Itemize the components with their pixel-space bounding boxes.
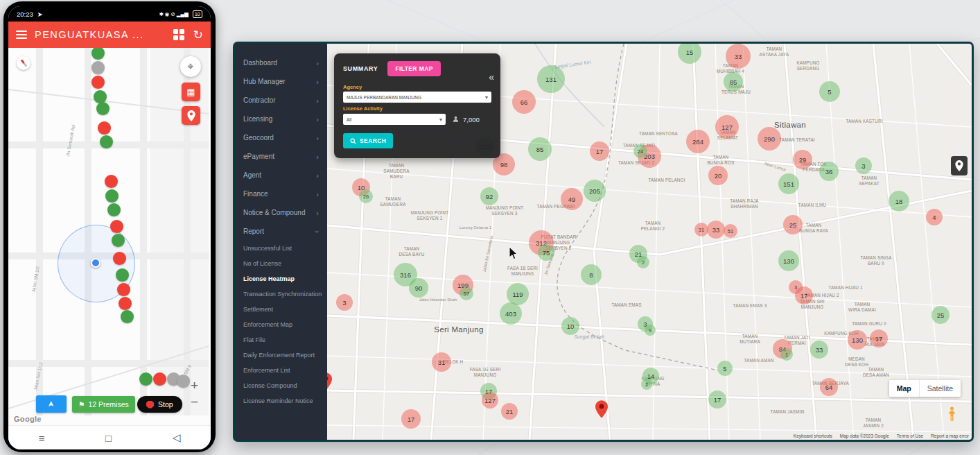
heatmap-circle[interactable]: 90 <box>409 278 428 298</box>
heatmap-circle[interactable]: 127 <box>482 392 498 409</box>
map-button[interactable]: Map <box>889 380 919 397</box>
phone-map[interactable]: Jln Semarak ApiJalan SM 1/2Jalan SM 1/12… <box>8 48 211 425</box>
heatmap-circle[interactable]: 3 <box>855 157 872 174</box>
heatmap-circle[interactable]: 57 <box>460 286 473 300</box>
heatmap-circle[interactable]: 17 <box>590 141 609 161</box>
back-icon[interactable]: ◁ <box>173 431 181 444</box>
premise-marker[interactable] <box>110 220 123 233</box>
heatmap-circle[interactable]: 36 <box>819 162 839 181</box>
heatmap-circle[interactable]: 25 <box>783 215 803 234</box>
my-location-button[interactable]: ⌖ <box>180 56 201 77</box>
premise-marker[interactable] <box>117 283 130 296</box>
heatmap-circle[interactable]: 3 <box>336 294 353 311</box>
sidebar-subitem-license-heatmap[interactable]: License Heatmap <box>235 271 327 286</box>
heatmap-circle[interactable]: 51 <box>724 224 737 238</box>
sidebar-subitem-transaction-synchronization[interactable]: Transaction Synchronization <box>235 286 327 302</box>
heatmap-circle[interactable]: 64 <box>820 378 838 396</box>
map-layers-button[interactable]: ▦ <box>182 83 200 101</box>
premise-marker[interactable] <box>94 90 107 103</box>
heatmap-circle[interactable]: 25 <box>931 306 950 324</box>
sidebar-item-notice-compound[interactable]: Notice & Compound› <box>235 203 327 222</box>
heatmap-circle[interactable]: 92 <box>480 187 498 205</box>
heatmap-circle[interactable]: 131 <box>537 65 565 93</box>
sidebar-subitem-enforcement-list[interactable]: Enforcement List <box>235 363 327 378</box>
refresh-icon[interactable]: ↻ <box>193 29 203 41</box>
premise-marker[interactable] <box>105 189 119 203</box>
sidebar-subitem-unsuccessful-list[interactable]: Unsuccessful List <box>235 241 327 256</box>
sidebar-item-contractor[interactable]: Contractor› <box>235 91 327 110</box>
keyboard-shortcuts-link[interactable]: Keyboard shortcuts <box>794 433 832 438</box>
premise-marker[interactable] <box>121 310 134 323</box>
heatmap-circle[interactable]: 49 <box>561 188 583 210</box>
heatmap-circle[interactable]: 24 <box>633 144 647 158</box>
sidebar-item-licensing[interactable]: Licensing› <box>235 110 327 128</box>
heatmap-circle[interactable]: 21 <box>501 403 518 420</box>
heatmap-circle[interactable]: 127 <box>715 115 739 139</box>
map-canvas[interactable]: SitiawanSeri ManjungTAMAN ASTAKA JAYAKAM… <box>327 44 972 440</box>
map-pin-control[interactable] <box>951 156 968 175</box>
sidebar-item-agent[interactable]: Agent› <box>235 166 327 184</box>
premise-marker[interactable] <box>112 234 125 247</box>
premise-marker[interactable] <box>105 175 118 188</box>
menu-icon[interactable] <box>16 28 27 41</box>
agency-select[interactable]: MAJLIS PERBANDARAN MANJUNG ▾ <box>343 92 491 103</box>
heatmap-circle[interactable]: 1 <box>780 348 793 361</box>
premise-marker[interactable] <box>113 252 126 265</box>
report-error-link[interactable]: Report a map error <box>931 433 969 438</box>
sidebar-item-geocoord[interactable]: Geocoord› <box>235 128 327 147</box>
pegman-icon[interactable] <box>947 406 956 424</box>
summary-tab[interactable]: SUMMARY <box>343 65 378 72</box>
heatmap-circle[interactable]: 4 <box>926 209 943 225</box>
heatmap-circle[interactable]: 31 <box>432 352 451 372</box>
heatmap-circle[interactable]: 9 <box>645 325 656 336</box>
heatmap-circle[interactable]: 33 <box>810 341 828 359</box>
heatmap-circle[interactable]: 2 <box>637 256 649 268</box>
heatmap-circle[interactable]: 205 <box>584 180 606 202</box>
heatmap-circle[interactable]: 284 <box>686 130 710 153</box>
stop-button[interactable]: Stop <box>137 396 182 413</box>
heatmap-circle[interactable]: 130 <box>848 330 867 350</box>
premise-marker[interactable] <box>116 268 129 282</box>
sidebar-subitem-license-reminder-notice[interactable]: License Reminder Notice <box>235 393 327 409</box>
heatmap-circle[interactable]: 130 <box>778 250 799 271</box>
heatmap-circle[interactable]: 33 <box>707 221 725 239</box>
map-pin-icon[interactable] <box>327 372 332 393</box>
premise-marker[interactable] <box>91 61 105 74</box>
search-button[interactable]: SEARCH <box>343 133 393 148</box>
heatmap-circle[interactable]: 17 <box>401 409 421 429</box>
license-activity-select[interactable]: All ▾ <box>343 114 446 125</box>
sidebar-item-report[interactable]: Report› <box>235 222 327 241</box>
home-icon[interactable]: □ <box>105 432 112 444</box>
collapse-panel-icon[interactable]: « <box>489 71 494 83</box>
grid-icon[interactable] <box>173 29 184 40</box>
heatmap-circle[interactable]: 151 <box>778 173 799 194</box>
heatmap-circle[interactable]: 5 <box>819 81 840 102</box>
satellite-button[interactable]: Satellite <box>919 380 961 397</box>
heatmap-circle[interactable]: 10 <box>561 317 579 335</box>
premise-marker[interactable] <box>139 372 152 386</box>
heatmap-circle[interactable]: 18 <box>889 191 909 212</box>
premise-marker[interactable] <box>96 102 110 115</box>
heatmap-circle[interactable]: 29 <box>793 150 812 169</box>
heatmap-circle[interactable]: 31 <box>694 223 708 237</box>
heatmap-circle[interactable]: 75 <box>538 244 554 261</box>
sidebar-item-epayment[interactable]: ePayment› <box>235 147 327 166</box>
sidebar-subitem-no-of-license[interactable]: No of License <box>235 256 327 271</box>
zoom-in-button[interactable]: + <box>191 379 198 392</box>
premise-marker[interactable] <box>153 372 166 386</box>
sidebar-item-dashboard[interactable]: Dashboard› <box>235 53 327 72</box>
sidebar-subitem-flat-file[interactable]: Flat File <box>235 332 327 347</box>
zoom-out-button[interactable]: − <box>191 395 198 409</box>
heatmap-circle[interactable]: 2 <box>641 379 652 390</box>
heatmap-circle[interactable]: 85 <box>724 72 743 92</box>
premise-marker[interactable] <box>100 135 113 148</box>
heatmap-circle[interactable]: 20 <box>708 166 728 185</box>
compass-icon[interactable] <box>17 56 30 70</box>
add-pin-button[interactable] <box>182 106 200 125</box>
premise-marker[interactable] <box>177 375 190 388</box>
heatmap-circle[interactable]: 290 <box>758 127 781 151</box>
sidebar-subitem-daily-enforcement-report[interactable]: Daily Enforcement Report <box>235 347 327 363</box>
recent-apps-icon[interactable]: ≡ <box>39 432 45 444</box>
heatmap-circle[interactable]: 33 <box>726 44 751 69</box>
premises-button[interactable]: ⚑ 12 Premises <box>72 396 135 413</box>
